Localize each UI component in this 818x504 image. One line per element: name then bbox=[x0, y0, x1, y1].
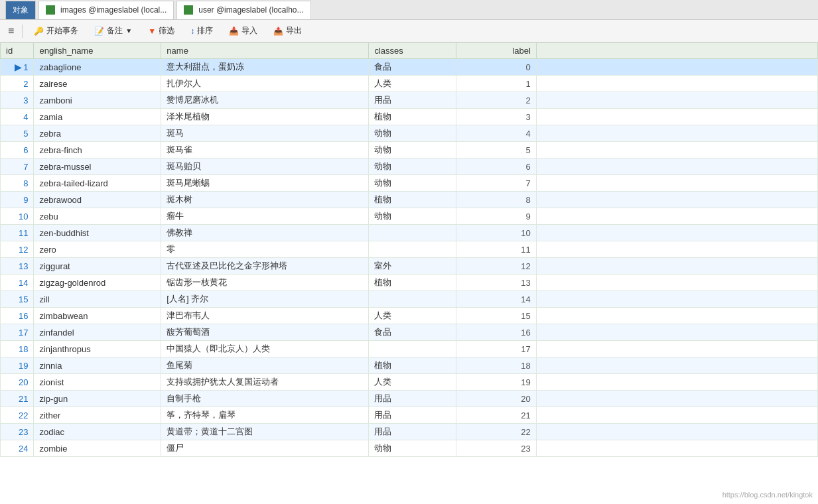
table-row[interactable]: 23zodiac黄道带；黄道十二宫图用品22 bbox=[1, 424, 818, 440]
tab-user[interactable]: user @imageslabel (localho... bbox=[176, 1, 310, 19]
col-header-label[interactable]: label bbox=[456, 43, 536, 59]
cell-english-name: zen-buddhist bbox=[34, 225, 161, 241]
cell-label: 4 bbox=[456, 125, 536, 142]
cell-classes bbox=[369, 241, 456, 258]
sort-label: 排序 bbox=[197, 25, 213, 36]
cell-label: 23 bbox=[456, 440, 536, 457]
cell-name: 斑木树 bbox=[161, 192, 369, 208]
col-header-classes[interactable]: classes bbox=[369, 43, 456, 59]
table-row[interactable]: 11zen-buddhist佛教禅10 bbox=[1, 225, 818, 241]
cell-classes: 人类 bbox=[369, 76, 456, 92]
tab-images[interactable]: images @imageslabel (local... bbox=[38, 1, 174, 19]
cell-name: 锯齿形一枝黄花 bbox=[161, 275, 369, 291]
cell-id: 3 bbox=[1, 92, 34, 109]
table-row[interactable]: 2zairese扎伊尔人人类1 bbox=[1, 76, 818, 92]
cell-english-name: zebra bbox=[34, 125, 161, 142]
cell-english-name: zombie bbox=[34, 440, 161, 457]
comment-label: 备注 bbox=[107, 25, 123, 36]
sort-button[interactable]: ↕ 排序 bbox=[184, 23, 219, 38]
cell-id: 21 bbox=[1, 391, 34, 407]
cell-name: 黄道带；黄道十二宫图 bbox=[161, 424, 369, 440]
hamburger-menu-icon[interactable]: ≡ bbox=[5, 24, 17, 38]
cell-classes: 用品 bbox=[369, 407, 456, 424]
cell-classes: 食品 bbox=[369, 59, 456, 76]
cell-id: 9 bbox=[1, 192, 34, 208]
table-row[interactable]: 16zimbabwean津巴布韦人人类15 bbox=[1, 308, 818, 324]
table-row[interactable]: 24zombie僵尸动物23 bbox=[1, 440, 818, 457]
cell-english-name: zamboni bbox=[34, 92, 161, 109]
cell-name: 佛教禅 bbox=[161, 225, 369, 241]
comment-button[interactable]: 📝 备注 ▼ bbox=[88, 23, 138, 38]
table-row[interactable]: 10zebu瘤牛动物9 bbox=[1, 208, 818, 225]
cell-id: 10 bbox=[1, 208, 34, 225]
table-row[interactable]: 17zinfandel馥芳葡萄酒食品16 bbox=[1, 324, 818, 341]
table-row[interactable]: 20zionist支持或拥护犹太人复国运动者人类19 bbox=[1, 374, 818, 391]
cell-name: 自制手枪 bbox=[161, 391, 369, 407]
cell-label: 18 bbox=[456, 357, 536, 374]
table-row[interactable]: 13ziggurat古代亚述及巴比伦之金字形神塔室外12 bbox=[1, 258, 818, 275]
export-button[interactable]: 📤 导出 bbox=[267, 23, 308, 38]
filter-button[interactable]: ▼ 筛选 bbox=[142, 23, 180, 38]
cell-extra bbox=[536, 125, 817, 142]
cell-label: 13 bbox=[456, 275, 536, 291]
cell-english-name: zip-gun bbox=[34, 391, 161, 407]
cell-extra bbox=[536, 357, 817, 374]
table-row[interactable]: 18zinjanthropus中国猿人（即北京人）人类17 bbox=[1, 341, 818, 357]
tab-subject[interactable]: 对象 bbox=[5, 1, 36, 19]
table-row[interactable]: 19zinnia鱼尾菊植物18 bbox=[1, 357, 818, 374]
col-header-english-name[interactable]: english_name bbox=[34, 43, 161, 59]
import-button[interactable]: 📥 导入 bbox=[223, 23, 263, 38]
table-row[interactable]: 21zip-gun自制手枪用品20 bbox=[1, 391, 818, 407]
cell-extra bbox=[536, 241, 817, 258]
table-row[interactable]: 22zither筝，齐特琴，扁琴用品21 bbox=[1, 407, 818, 424]
cell-id: 8 bbox=[1, 175, 34, 192]
cell-id: 24 bbox=[1, 440, 34, 457]
cell-classes: 人类 bbox=[369, 374, 456, 391]
cell-classes: 动物 bbox=[369, 208, 456, 225]
table-row[interactable]: 6zebra-finch斑马雀动物5 bbox=[1, 142, 818, 158]
cell-classes: 用品 bbox=[369, 391, 456, 407]
cell-label: 7 bbox=[456, 175, 536, 192]
cell-id: 6 bbox=[1, 142, 34, 158]
cell-extra bbox=[536, 225, 817, 241]
cell-classes: 植物 bbox=[369, 192, 456, 208]
cell-label: 2 bbox=[456, 92, 536, 109]
watermark: https://blog.csdn.net/kingtok bbox=[722, 491, 813, 499]
table-row[interactable]: 4zamia泽米尾植物植物3 bbox=[1, 109, 818, 125]
cell-name: 斑马 bbox=[161, 125, 369, 142]
cell-label: 6 bbox=[456, 158, 536, 175]
table-row[interactable]: 5zebra斑马动物4 bbox=[1, 125, 818, 142]
cell-classes: 植物 bbox=[369, 109, 456, 125]
table-row[interactable]: ▶ 1zabaglione意大利甜点，蛋奶冻食品0 bbox=[1, 59, 818, 76]
cell-id: 14 bbox=[1, 275, 34, 291]
cell-name: [人名] 齐尔 bbox=[161, 291, 369, 308]
cell-id: 2 bbox=[1, 76, 34, 92]
cell-english-name: zebra-mussel bbox=[34, 158, 161, 175]
tab-bar: 对象 images @imageslabel (local... user @i… bbox=[0, 0, 818, 20]
cell-english-name: zebu bbox=[34, 208, 161, 225]
cell-id: ▶ 1 bbox=[1, 59, 34, 76]
table-row[interactable]: 14zigzag-goldenrod锯齿形一枝黄花植物13 bbox=[1, 275, 818, 291]
begin-transaction-button[interactable]: 🔑 开始事务 bbox=[28, 23, 84, 38]
table-row[interactable]: 9zebrawood斑木树植物8 bbox=[1, 192, 818, 208]
cell-name: 意大利甜点，蛋奶冻 bbox=[161, 59, 369, 76]
filter-icon: ▼ bbox=[148, 27, 156, 36]
table-row[interactable]: 3zamboni赞博尼磨冰机用品2 bbox=[1, 92, 818, 109]
table-row[interactable]: 7zebra-mussel斑马贻贝动物6 bbox=[1, 158, 818, 175]
cell-label: 3 bbox=[456, 109, 536, 125]
col-header-name[interactable]: name bbox=[161, 43, 369, 59]
export-label: 导出 bbox=[286, 25, 302, 36]
col-header-id[interactable]: id bbox=[1, 43, 34, 59]
table-row[interactable]: 12zero零11 bbox=[1, 241, 818, 258]
cell-extra bbox=[536, 59, 817, 76]
table-row[interactable]: 15zill[人名] 齐尔14 bbox=[1, 291, 818, 308]
begin-transaction-icon: 🔑 bbox=[34, 27, 44, 36]
cell-id: 5 bbox=[1, 125, 34, 142]
table-icon-user bbox=[184, 5, 193, 15]
data-table: id english_name name classes label ▶ 1za… bbox=[0, 42, 818, 457]
cell-english-name: zill bbox=[34, 291, 161, 308]
begin-transaction-label: 开始事务 bbox=[46, 25, 78, 36]
table-row[interactable]: 8zebra-tailed-lizard斑马尾蜥蜴动物7 bbox=[1, 175, 818, 192]
cell-name: 零 bbox=[161, 241, 369, 258]
cell-id: 19 bbox=[1, 357, 34, 374]
